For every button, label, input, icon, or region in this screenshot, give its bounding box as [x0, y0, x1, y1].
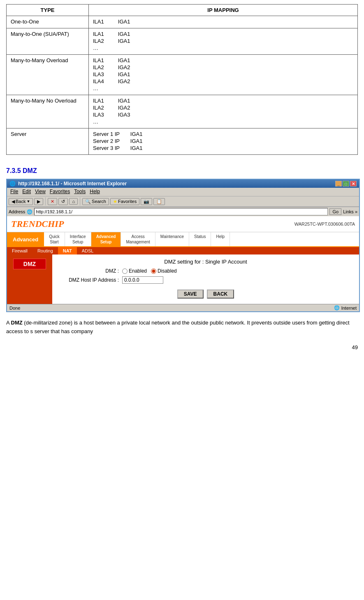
- refresh-icon: ↺: [61, 199, 65, 204]
- table-row: Server Server 1 IP IGA1 Server 2 IP IGA1…: [7, 128, 358, 155]
- nav-item-access[interactable]: AccessManagement: [121, 232, 155, 246]
- back-button-form[interactable]: BACK: [207, 289, 234, 299]
- table-row: Many-to-Many Overload ILA1 IGA1 ILA2 IGA…: [7, 55, 358, 95]
- menu-help[interactable]: Help: [90, 189, 100, 194]
- version: WAR25TC-WPT.030606.00TA: [294, 222, 355, 226]
- menu-edit[interactable]: Edit: [22, 189, 31, 194]
- mapping-cell: ILA1 IGA1: [89, 16, 358, 28]
- stop-icon: ✕: [51, 199, 54, 204]
- nav-item-maintenance[interactable]: Maintenance: [155, 232, 189, 246]
- main-layout: DMZ DMZ setting for : Single IP Account …: [7, 254, 359, 304]
- nav-item-advanced[interactable]: Advanced: [7, 232, 44, 246]
- subnav-routing[interactable]: Routing: [32, 247, 58, 254]
- favorites-button[interactable]: ★ Favorites: [110, 198, 139, 205]
- search-icon: 🔍: [85, 199, 91, 204]
- browser-title: http://192.168.1.1/ - Microsoft Internet…: [18, 181, 127, 187]
- type-cell: Many-to-Many Overload: [7, 55, 89, 95]
- col-header-ip: IP MAPPING: [89, 5, 358, 16]
- table-row: Many-to-One (SUA/PAT) ILA1 IGA1 ILA2 IGA…: [7, 28, 358, 55]
- dmz-form-row: DMZ : Enabled Disabled: [60, 268, 351, 274]
- internet-icon: 🌐: [334, 305, 340, 311]
- menu-favorites[interactable]: Favorites: [50, 189, 70, 194]
- close-button[interactable]: ✕: [350, 181, 357, 187]
- refresh-button[interactable]: ↺: [58, 198, 68, 205]
- subnav-firewall[interactable]: Firewall: [7, 247, 32, 254]
- dropdown-icon: ▼: [26, 199, 30, 203]
- home-button[interactable]: ⌂: [69, 198, 78, 205]
- dmz-radio-group: Enabled Disabled: [122, 268, 177, 274]
- toolbar: ◀ Back ▼ ▶ ✕ ↺ ⌂ 🔍 Search ★ Favorites 📷: [7, 196, 359, 207]
- dmz-enabled-radio[interactable]: [122, 268, 128, 274]
- sidebar: DMZ: [7, 254, 52, 304]
- nav-item-interface[interactable]: InterfaceSetup: [65, 232, 91, 246]
- toolbar-separator: [45, 197, 46, 205]
- save-button[interactable]: SAVE: [177, 289, 204, 299]
- go-button[interactable]: Go: [329, 208, 341, 215]
- table-row: One-to-One ILA1 IGA1: [7, 16, 358, 28]
- address-input[interactable]: http://192.168.1.1/: [34, 208, 328, 215]
- dmz-host-form-row: DMZ Host IP Address :: [60, 276, 351, 284]
- nav-item-quickstart[interactable]: QuickStart: [44, 232, 65, 246]
- toolbar-separator2: [80, 197, 80, 205]
- nav-item-advanced-setup[interactable]: AdvancedSetup: [91, 232, 121, 246]
- browser-window: 🌐 http://192.168.1.1/ - Microsoft Intern…: [6, 179, 360, 312]
- mapping-cell: ILA1 IGA1 ILA2 IGA2 ILA3 IGA1 ILA4 IGA2 …: [89, 55, 358, 95]
- tc-header: TRENDCHIP WAR25TC-WPT.030606.00TA: [7, 216, 359, 232]
- back-button[interactable]: ◀ Back ▼: [9, 198, 33, 205]
- dmz-enabled-option[interactable]: Enabled: [122, 268, 147, 274]
- subnav-nat[interactable]: NAT: [58, 247, 77, 254]
- mapping-cell: Server 1 IP IGA1 Server 2 IP IGA1 Server…: [89, 128, 358, 155]
- address-label: Address: [9, 209, 25, 214]
- section-heading: 7.3.5 DMZ: [6, 167, 37, 174]
- menu-view[interactable]: View: [35, 189, 46, 194]
- type-cell: One-to-One: [7, 16, 89, 28]
- bottom-text: A DMZ (de-militarized zone) is a host be…: [6, 319, 358, 336]
- address-icon: 🌐: [27, 209, 32, 215]
- star-icon: ★: [113, 199, 117, 204]
- stop-button[interactable]: ✕: [48, 198, 57, 205]
- sidebar-dmz-item[interactable]: DMZ: [13, 259, 46, 269]
- table-row: Many-to-Many No Overload ILA1 IGA1 ILA2 …: [7, 95, 358, 128]
- dmz-setting-title: DMZ setting for : Single IP Account: [60, 259, 351, 265]
- logo: TRENDCHIP: [11, 219, 64, 229]
- btn-row: SAVE BACK: [60, 289, 351, 299]
- forward-button[interactable]: ▶: [34, 198, 43, 205]
- maximize-button[interactable]: □: [343, 181, 349, 187]
- home-icon: ⌂: [72, 199, 75, 204]
- content-area: DMZ setting for : Single IP Account DMZ …: [52, 254, 359, 304]
- forward-arrow-icon: ▶: [37, 199, 40, 204]
- nav-item-help[interactable]: Help: [211, 232, 230, 246]
- status-done: Done: [9, 306, 20, 311]
- dmz-enabled-label: Enabled: [129, 268, 147, 274]
- type-cell: Server: [7, 128, 89, 155]
- subnav-adsl[interactable]: ADSL: [77, 247, 99, 254]
- menu-tools[interactable]: Tools: [74, 189, 86, 194]
- nav-item-status[interactable]: Status: [189, 232, 211, 246]
- nav-bar: Advanced QuickStart InterfaceSetup Advan…: [7, 232, 359, 247]
- browser-titlebar: 🌐 http://192.168.1.1/ - Microsoft Intern…: [7, 180, 359, 188]
- col-header-type: TYPE: [7, 5, 89, 16]
- favorites-label: Favorites: [118, 199, 137, 204]
- links-label[interactable]: Links »: [343, 209, 357, 214]
- status-internet-label: Internet: [341, 306, 357, 311]
- mapping-cell: ILA1 IGA1 ILA2 IGA2 ILA3 IGA3 …: [89, 95, 358, 128]
- back-arrow-icon: ◀: [12, 199, 15, 204]
- menu-file[interactable]: File: [10, 189, 18, 194]
- type-cell: Many-to-One (SUA/PAT): [7, 28, 89, 55]
- minimize-button[interactable]: _: [335, 181, 342, 187]
- dmz-disabled-label: Disabled: [158, 268, 177, 274]
- media-icon: 📷: [144, 199, 149, 204]
- status-internet: 🌐 Internet: [334, 305, 357, 311]
- dmz-host-input[interactable]: [122, 276, 163, 284]
- dmz-disabled-option[interactable]: Disabled: [151, 268, 177, 274]
- type-cell: Many-to-Many No Overload: [7, 95, 89, 128]
- page-number: 49: [6, 344, 358, 350]
- dmz-label: DMZ :: [60, 268, 122, 274]
- menu-bar: File Edit View Favorites Tools Help: [9, 188, 357, 195]
- media-button[interactable]: 📷: [141, 198, 152, 205]
- sub-nav: Firewall Routing NAT ADSL: [7, 247, 359, 254]
- history-button[interactable]: 📋: [153, 198, 165, 205]
- search-button[interactable]: 🔍 Search: [82, 198, 109, 205]
- page-content: TRENDCHIP WAR25TC-WPT.030606.00TA Advanc…: [7, 216, 359, 304]
- dmz-disabled-radio[interactable]: [151, 268, 156, 274]
